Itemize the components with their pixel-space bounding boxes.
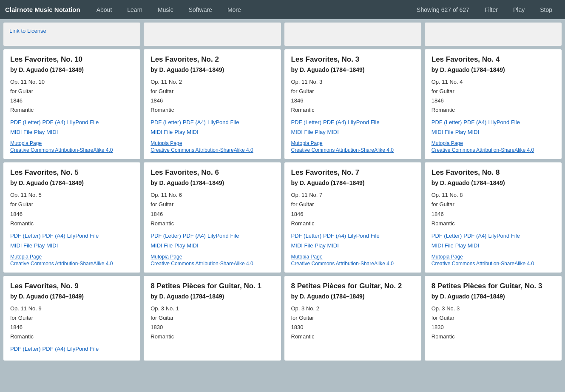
card-link[interactable]: Play MIDI xyxy=(174,242,198,249)
card-link[interactable]: PDF (Letter) xyxy=(10,346,41,352)
card-link[interactable]: MIDI File xyxy=(150,129,173,135)
card-link[interactable]: MIDI File xyxy=(291,129,313,135)
card-footer: Mutopia PageCreative Commons Attribution… xyxy=(150,140,274,153)
card-link[interactable]: PDF (A4) xyxy=(183,119,206,125)
card-link[interactable]: LilyPond File xyxy=(207,233,239,239)
license-link[interactable]: Creative Commons Attribution-ShareAlike … xyxy=(432,261,555,267)
mutopia-page-link[interactable]: Mutopia Page xyxy=(291,140,415,146)
nav-learn[interactable]: Learn xyxy=(119,0,150,19)
card-link[interactable]: PDF (A4) xyxy=(323,233,346,239)
card-link[interactable]: Play MIDI xyxy=(315,242,339,249)
partial-card-2 xyxy=(284,23,421,46)
license-link[interactable]: Creative Commons Attribution-ShareAlike … xyxy=(10,261,133,267)
license-link[interactable]: Creative Commons Attribution-ShareAlike … xyxy=(150,261,274,267)
card-link[interactable]: LilyPond File xyxy=(488,119,520,125)
music-card: Les Favorites, No. 10by D. Aguado (1784–… xyxy=(3,49,140,159)
card-link[interactable]: PDF (Letter) xyxy=(291,233,322,239)
card-link[interactable]: PDF (A4) xyxy=(463,233,486,239)
card-link[interactable]: PDF (A4) xyxy=(43,233,65,239)
content-area: Link to License Les Favorites, No. 10by … xyxy=(0,19,565,367)
card-download-links: PDF (Letter) PDF (A4) LilyPond File MIDI… xyxy=(291,119,415,135)
license-link[interactable]: Creative Commons Attribution-ShareAlike … xyxy=(291,261,415,267)
mutopia-page-link[interactable]: Mutopia Page xyxy=(150,140,274,146)
nav-music[interactable]: Music xyxy=(150,0,181,19)
card-meta: Op. 11 No. 7for Guitar1846Romantic xyxy=(291,190,415,228)
card-author: by D. Aguado (1784–1849) xyxy=(10,293,133,300)
card-link[interactable]: LilyPond File xyxy=(67,233,99,239)
nav-about[interactable]: About xyxy=(89,0,120,19)
mutopia-page-link[interactable]: Mutopia Page xyxy=(432,140,555,146)
card-link[interactable]: PDF (Letter) xyxy=(10,119,41,125)
card-link[interactable]: LilyPond File xyxy=(348,233,379,239)
mutopia-page-link[interactable]: Mutopia Page xyxy=(10,140,133,146)
nav-stop[interactable]: Stop xyxy=(532,0,560,19)
mutopia-page-link[interactable]: Mutopia Page xyxy=(291,254,415,260)
nav-more[interactable]: More xyxy=(220,0,249,19)
nav-play[interactable]: Play xyxy=(505,0,532,19)
card-meta: Op. 3 No. 1for Guitar1830Romantic xyxy=(150,304,274,341)
card-link[interactable]: MIDI File xyxy=(432,242,454,249)
card-link[interactable]: PDF (Letter) xyxy=(150,119,181,125)
card-link[interactable]: LilyPond File xyxy=(67,119,99,125)
card-author: by D. Aguado (1784–1849) xyxy=(10,179,133,186)
card-link[interactable]: MIDI File xyxy=(10,242,32,249)
nav-software[interactable]: Software xyxy=(181,0,220,19)
card-link[interactable]: MIDI File xyxy=(10,129,32,135)
card-link[interactable]: PDF (Letter) xyxy=(10,233,41,239)
card-download-links: PDF (Letter) PDF (A4) LilyPond File MIDI… xyxy=(10,233,133,249)
card-link[interactable]: LilyPond File xyxy=(348,119,379,125)
nav-filter[interactable]: Filter xyxy=(477,0,505,19)
partial-card-1 xyxy=(144,23,281,46)
card-rows: Les Favorites, No. 10by D. Aguado (1784–… xyxy=(3,49,562,364)
card-link[interactable]: PDF (Letter) xyxy=(291,119,322,125)
card-link[interactable]: Play MIDI xyxy=(455,242,479,249)
card-link[interactable]: Play MIDI xyxy=(34,242,58,249)
partial-card-0: Link to License xyxy=(3,23,140,46)
card-link[interactable]: PDF (A4) xyxy=(183,233,206,239)
card-title: Les Favorites, No. 10 xyxy=(10,55,133,64)
card-meta: Op. 11 No. 2for Guitar1846Romantic xyxy=(150,77,274,115)
card-link[interactable]: LilyPond File xyxy=(207,119,239,125)
card-title: Les Favorites, No. 2 xyxy=(150,55,274,64)
card-link[interactable]: PDF (A4) xyxy=(463,119,486,125)
mutopia-page-link[interactable]: Mutopia Page xyxy=(432,254,555,260)
card-row-2: Les Favorites, No. 9by D. Aguado (1784–1… xyxy=(3,276,562,361)
card-meta: Op. 11 No. 3for Guitar1846Romantic xyxy=(291,77,415,115)
card-link[interactable]: Play MIDI xyxy=(315,129,339,135)
card-meta: Op. 11 No. 4for Guitar1846Romantic xyxy=(432,77,555,115)
card-link[interactable]: PDF (Letter) xyxy=(432,233,462,239)
card-link[interactable]: MIDI File xyxy=(150,242,173,249)
card-meta: Op. 11 No. 8for Guitar1846Romantic xyxy=(432,190,555,228)
card-footer: Mutopia PageCreative Commons Attribution… xyxy=(10,254,133,267)
card-row-0: Les Favorites, No. 10by D. Aguado (1784–… xyxy=(3,49,562,159)
card-link[interactable]: PDF (A4) xyxy=(43,346,65,352)
card-title: Les Favorites, No. 6 xyxy=(150,168,274,177)
card-title: Les Favorites, No. 3 xyxy=(291,55,415,64)
card-link[interactable]: Play MIDI xyxy=(34,129,58,135)
music-card: 8 Petites Pièces for Guitar, No. 2by D. … xyxy=(284,276,421,361)
nav-brand: Clairnote Music Notation xyxy=(5,6,80,13)
card-meta: Op. 3 No. 2for Guitar1830Romantic xyxy=(291,304,415,341)
mutopia-page-link[interactable]: Mutopia Page xyxy=(150,254,274,260)
license-link[interactable]: Creative Commons Attribution-ShareAlike … xyxy=(432,147,555,153)
card-author: by D. Aguado (1784–1849) xyxy=(291,66,415,73)
card-link[interactable]: PDF (A4) xyxy=(323,119,346,125)
card-title: Les Favorites, No. 4 xyxy=(432,55,555,64)
card-link[interactable]: MIDI File xyxy=(291,242,313,249)
license-link[interactable]: Creative Commons Attribution-ShareAlike … xyxy=(291,147,415,153)
mutopia-page-link[interactable]: Mutopia Page xyxy=(10,254,133,260)
card-title: Les Favorites, No. 8 xyxy=(432,168,555,177)
card-link[interactable]: PDF (Letter) xyxy=(432,119,462,125)
card-link[interactable]: LilyPond File xyxy=(488,233,520,239)
card-link[interactable]: Play MIDI xyxy=(174,129,198,135)
card-link[interactable]: MIDI File xyxy=(432,129,454,135)
music-card: Les Favorites, No. 9by D. Aguado (1784–1… xyxy=(3,276,140,361)
card-link[interactable]: Play MIDI xyxy=(455,129,479,135)
card-link[interactable]: PDF (A4) xyxy=(43,119,65,125)
card-link[interactable]: LilyPond File xyxy=(67,346,99,352)
license-link[interactable]: Creative Commons Attribution-ShareAlike … xyxy=(10,147,133,153)
link-to-license[interactable]: Link to License xyxy=(9,28,46,34)
license-link[interactable]: Creative Commons Attribution-ShareAlike … xyxy=(150,147,274,153)
card-link[interactable]: PDF (Letter) xyxy=(150,233,181,239)
card-title: Les Favorites, No. 7 xyxy=(291,168,415,177)
